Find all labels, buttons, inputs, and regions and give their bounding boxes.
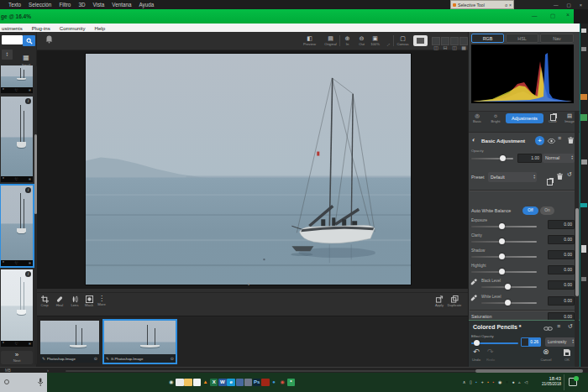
visibility-eye-icon[interactable] bbox=[548, 139, 555, 144]
highlight-thumb[interactable] bbox=[499, 269, 505, 274]
browser-thumbnail[interactable]: * ♡ ≡ bbox=[1, 65, 33, 93]
photo-sailboat[interactable] bbox=[85, 53, 412, 285]
browser-thumbnail[interactable]: i * ♡ ≡ bbox=[1, 97, 33, 182]
like-icon[interactable]: ♡ bbox=[14, 260, 18, 266]
app-notepad[interactable] bbox=[193, 379, 202, 387]
view-split-horizontal-button[interactable]: ⊟ bbox=[441, 37, 449, 45]
collapse-canvas-icon[interactable]: ∨ bbox=[247, 281, 250, 286]
menu-icon[interactable]: ≡ bbox=[29, 260, 31, 266]
opacity-value[interactable]: 1.00 bbox=[517, 154, 542, 163]
maximize-icon[interactable]: ▢ bbox=[550, 13, 555, 19]
tab-hsl[interactable]: HSL bbox=[506, 34, 538, 43]
menu-icon[interactable]: ≡ bbox=[29, 176, 31, 182]
white-eyedropper-icon[interactable] bbox=[470, 295, 477, 301]
menu-item[interactable]: Ventana bbox=[112, 2, 131, 8]
app-chrome[interactable]: ◉ bbox=[278, 379, 286, 387]
opacity-slider-thumb[interactable] bbox=[500, 155, 506, 161]
menu-item[interactable]: Selección bbox=[29, 2, 51, 8]
minimize-icon[interactable]: — bbox=[532, 13, 538, 18]
browser-thumbnail[interactable]: i * ♡ ≡ bbox=[1, 269, 33, 347]
sort-dropdown[interactable]: ▴ ▾ bbox=[2, 50, 13, 60]
rating-icon[interactable]: * bbox=[3, 341, 4, 347]
notification-center-icon[interactable] bbox=[569, 378, 577, 386]
tray-icon[interactable]: ▯ bbox=[470, 378, 472, 386]
heal-button[interactable]: Heal bbox=[51, 295, 68, 307]
filmstrip-thumbnail[interactable]: ✎ Photoshop-Image ⊙ bbox=[40, 321, 99, 363]
menu-item[interactable]: Plug-ins bbox=[32, 25, 50, 31]
redo-icon[interactable]: ↷ bbox=[487, 348, 494, 356]
effect-opacity-thumb[interactable] bbox=[474, 340, 480, 346]
add-adjustment-button[interactable]: + bbox=[535, 136, 544, 145]
app-app-blue[interactable] bbox=[236, 379, 244, 387]
view-single-button[interactable] bbox=[413, 35, 428, 46]
panel-menu-icon[interactable]: ≡ bbox=[558, 135, 561, 141]
next-button[interactable]: » Next bbox=[1, 351, 33, 364]
view-grid-button[interactable]: ▦ bbox=[459, 37, 468, 45]
more-button[interactable]: ⋮ More bbox=[93, 295, 110, 306]
selective-tool-window[interactable]: Selective Tool o × bbox=[450, 0, 514, 9]
app-word[interactable]: W bbox=[218, 379, 227, 387]
tab-nav[interactable]: Nav bbox=[540, 34, 574, 43]
tool-color[interactable]: Color bbox=[544, 112, 561, 123]
menu-icon[interactable]: ≡ bbox=[29, 87, 31, 93]
like-icon[interactable]: ♡ bbox=[14, 87, 18, 93]
filmstrip-thumbnail-selected[interactable]: ✎ G.Photoshop-Image ⊙ bbox=[104, 321, 176, 363]
tray-icon[interactable]: ▪ bbox=[475, 378, 477, 386]
delete-preset-icon[interactable] bbox=[557, 173, 563, 180]
tray-icon[interactable]: ▪ bbox=[493, 378, 495, 386]
menu-item[interactable]: Community bbox=[60, 25, 86, 31]
clarity-value[interactable]: 0.00 bbox=[548, 235, 575, 244]
app-photos[interactable]: ◉ bbox=[167, 379, 176, 387]
effect-reset-icon[interactable]: ↺ bbox=[568, 323, 573, 330]
tab-rgb[interactable]: RGB bbox=[471, 34, 504, 43]
app-vlc[interactable]: ▲ bbox=[202, 379, 210, 387]
exposure-thumb[interactable] bbox=[499, 223, 505, 229]
close-icon[interactable]: × bbox=[509, 3, 512, 8]
app-editor-active[interactable]: * bbox=[287, 379, 296, 387]
horizontal-scrollbar[interactable] bbox=[66, 370, 583, 372]
black-level-thumb[interactable] bbox=[505, 284, 511, 290]
rating-icon[interactable]: * bbox=[3, 260, 4, 266]
app-app-grey[interactable] bbox=[244, 379, 253, 387]
menu-icon[interactable]: ≡ bbox=[29, 341, 31, 347]
menu-item[interactable]: ustments bbox=[2, 25, 23, 31]
duplicate-button[interactable]: Duplicate bbox=[444, 295, 465, 307]
effect-menu-icon[interactable]: ≡ bbox=[557, 323, 560, 329]
link-icon[interactable] bbox=[543, 326, 553, 332]
highlight-value[interactable]: 0.00 bbox=[548, 265, 575, 274]
tray-icon[interactable]: ▪ bbox=[487, 378, 489, 386]
close-icon[interactable]: × bbox=[580, 3, 582, 8]
app-edge[interactable]: e bbox=[227, 379, 235, 387]
taskbar-search-box[interactable] bbox=[0, 373, 47, 392]
tray-icon[interactable]: ● bbox=[512, 378, 514, 386]
like-icon[interactable]: ♡ bbox=[14, 341, 18, 347]
tray-icon[interactable]: ▵ bbox=[518, 378, 521, 386]
info-badge-icon[interactable]: i bbox=[25, 98, 31, 104]
rating-icon[interactable]: * bbox=[3, 87, 4, 93]
app-explorer[interactable] bbox=[184, 379, 192, 387]
tool-adjustments-active[interactable]: Adjustments bbox=[506, 113, 543, 123]
search-input[interactable] bbox=[2, 35, 23, 44]
plugin-titlebar[interactable]: ge @ 16.4% — ▢ × bbox=[0, 9, 574, 24]
menu-item[interactable]: 3D bbox=[78, 2, 85, 8]
thumb-size-button[interactable]: ▦ Small bbox=[18, 48, 34, 67]
undo-icon[interactable]: ↶ bbox=[473, 348, 480, 356]
shadow-thumb[interactable] bbox=[499, 253, 505, 259]
preview-button[interactable]: ◧ Preview bbox=[302, 34, 317, 46]
tray-icon[interactable]: ◉ bbox=[498, 378, 501, 386]
browser-thumbnail-selected[interactable]: i * ♡ ≡ bbox=[1, 186, 33, 266]
view-side-by-side-button[interactable]: ◫ bbox=[450, 37, 459, 45]
effect-blend-dropdown[interactable]: Luminosity ▴▾ bbox=[545, 337, 575, 347]
menu-item[interactable]: Filtro bbox=[59, 2, 71, 8]
new-preset-icon[interactable] bbox=[547, 174, 553, 189]
effect-opacity-value[interactable]: 0.26 bbox=[521, 337, 541, 347]
minimize-icon[interactable]: o bbox=[505, 3, 507, 8]
panel-scrollbar[interactable] bbox=[575, 111, 579, 367]
zoom-in-button[interactable]: ⊕ In bbox=[340, 34, 354, 46]
preset-dropdown[interactable]: Default ▴▾ bbox=[488, 172, 537, 182]
canvas-button[interactable]: ▢ Canvas bbox=[396, 34, 410, 46]
app-mail[interactable] bbox=[176, 379, 184, 387]
crop-button[interactable]: Crop bbox=[36, 295, 53, 307]
awb-off-button[interactable]: Off bbox=[522, 206, 538, 215]
opacity-slider[interactable] bbox=[471, 158, 513, 159]
